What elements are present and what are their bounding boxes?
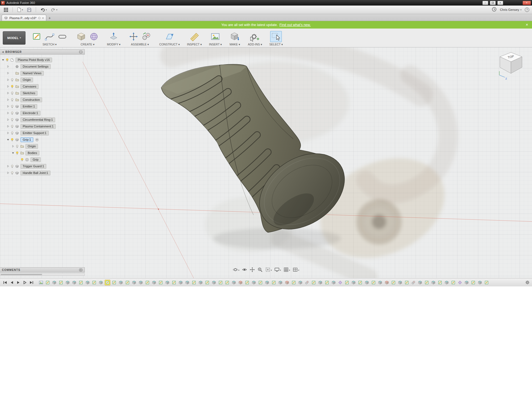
timeline-feature-ft-icon[interactable] (151, 280, 157, 285)
timeline-feature-ft-icon[interactable] (318, 280, 323, 285)
save-button[interactable] (26, 7, 32, 13)
expand-toggle[interactable] (7, 92, 10, 94)
ribbon-group-label-modify[interactable]: MODIFY ▾ (107, 43, 121, 46)
timeline-feature-sk-icon[interactable] (404, 280, 410, 285)
expand-toggle[interactable] (7, 118, 10, 121)
go-to-start-button[interactable] (2, 280, 8, 285)
timeline-feature-ft-icon[interactable] (198, 280, 203, 285)
help-button[interactable]: ? (525, 7, 529, 12)
visibility-toggle[interactable] (11, 78, 14, 82)
timeline-feature-sk-icon[interactable] (424, 280, 429, 285)
timeline-feature-sk-icon[interactable] (125, 280, 130, 285)
display-settings-tool[interactable]: ▾ (274, 267, 282, 274)
timeline-feature-mr-icon[interactable] (457, 280, 463, 285)
fit-tool[interactable]: ▾ (265, 267, 272, 274)
close-button[interactable]: × (523, 1, 531, 5)
ribbon-group-label-inspect[interactable]: INSPECT ▾ (187, 43, 202, 46)
timeline-feature-mr-icon[interactable] (337, 280, 343, 285)
visibility-toggle[interactable] (6, 58, 9, 62)
timeline-feature-sk-icon[interactable] (45, 280, 50, 285)
visibility-toggle[interactable] (21, 158, 24, 161)
ribbon-group-label-insert[interactable]: INSERT ▾ (209, 43, 222, 46)
browser-node-emitter-1[interactable]: Emitter:1 (0, 103, 85, 110)
ribbon-group-label-add-ins[interactable]: ADD-INS ▾ (248, 43, 262, 46)
ribbon-group-label-select[interactable]: SELECT ▾ (269, 43, 283, 46)
tab-close-icon[interactable]: × (42, 16, 44, 20)
panel-minus-icon[interactable] (79, 50, 83, 54)
timeline-feature-sk-icon[interactable] (218, 280, 223, 285)
timeline-feature-sk-icon[interactable] (171, 280, 177, 285)
timeline-feature-ft-icon[interactable] (431, 280, 436, 285)
timeline-feature-ft-icon[interactable] (417, 280, 423, 285)
tool-cursor-icon[interactable] (270, 31, 282, 42)
minimize-button[interactable]: – (482, 1, 488, 5)
timeline-feature-sk-icon[interactable] (258, 280, 263, 285)
undo-button[interactable]: ▾ (39, 7, 48, 12)
viewport-canvas[interactable]: TOP Z ◀ BROWSER Plasma Pistol Body v16Do… (0, 47, 532, 278)
timeline-feature-sk-icon[interactable] (344, 280, 350, 285)
visibility-toggle[interactable] (11, 131, 14, 135)
expand-toggle[interactable] (7, 78, 10, 81)
browser-node-handle-ball-joint-1[interactable]: Handle Ball Joint:1 (0, 170, 85, 176)
browser-node-emitter-support-1[interactable]: Emitter Support:1 (0, 130, 85, 136)
timeline-feature-ft-icon[interactable] (278, 280, 283, 285)
tool-insert-icon[interactable] (209, 31, 221, 42)
timeline-feature-sk-icon[interactable] (158, 280, 163, 285)
timeline-feature-ft-icon[interactable] (85, 280, 90, 285)
visibility-toggle[interactable] (11, 105, 14, 108)
pan-tool[interactable] (249, 267, 255, 274)
inner-close-button[interactable]: × (497, 1, 503, 5)
expand-toggle[interactable] (12, 152, 15, 154)
timeline-feature-ft-icon[interactable] (185, 280, 190, 285)
timeline-feature-sk-icon[interactable] (437, 280, 443, 285)
visibility-toggle[interactable] (16, 145, 19, 148)
expand-toggle[interactable] (7, 105, 10, 108)
timeline-feature-ft-icon[interactable] (331, 280, 336, 285)
timeline-feature-sk-icon[interactable] (324, 280, 330, 285)
timeline-feature-ft-icon[interactable] (464, 280, 469, 285)
expand-toggle[interactable] (7, 85, 10, 88)
expand-toggle[interactable] (7, 98, 10, 101)
look-at-tool[interactable] (241, 267, 248, 274)
timeline-feature-ft-icon[interactable] (364, 280, 370, 285)
browser-node-sketches[interactable]: Sketches (0, 90, 85, 96)
visibility-toggle[interactable] (11, 85, 14, 88)
expand-toggle[interactable] (7, 65, 10, 68)
expand-toggle[interactable] (2, 58, 5, 61)
app-launcher-icon[interactable] (3, 7, 9, 13)
browser-node-trigger-guard-1[interactable]: Trigger Guard:1 (0, 163, 85, 170)
timeline-feature-ft-icon[interactable] (138, 280, 144, 285)
collapse-panel-icon[interactable]: ◀ (2, 51, 4, 53)
timeline-feature-ft-icon[interactable] (165, 280, 170, 285)
browser-horizontal-scrollbar[interactable] (0, 273, 85, 276)
browser-node-named-views[interactable]: Named Views (0, 70, 85, 76)
file-menu-button[interactable]: ▾ (16, 7, 24, 13)
timeline-feature-sk-icon[interactable] (371, 280, 376, 285)
tool-measure-icon[interactable] (189, 31, 200, 42)
expand-toggle[interactable] (7, 132, 10, 134)
comments-header[interactable]: COMMENTS (0, 267, 85, 273)
banner-link[interactable]: Find out what's new. (279, 23, 311, 27)
browser-node-bodies[interactable]: Bodies (0, 150, 85, 156)
timeline-feature-ft-icon[interactable] (118, 280, 124, 285)
expand-toggle[interactable] (7, 112, 10, 114)
visibility-toggle[interactable] (11, 118, 14, 122)
visibility-toggle[interactable] (11, 125, 14, 128)
timeline-feature-ft-icon[interactable] (211, 280, 217, 285)
timeline-feature-jt-icon[interactable] (411, 280, 416, 285)
job-status-button[interactable] (492, 7, 497, 13)
visibility-toggle[interactable] (11, 165, 14, 168)
timeline-feature-rv-icon[interactable] (284, 280, 290, 285)
browser-header[interactable]: ◀ BROWSER (0, 49, 85, 55)
ribbon-group-label-make[interactable]: MAKE ▾ (230, 43, 240, 46)
timeline-feature-sk-icon[interactable] (484, 280, 489, 285)
timeline-feature-sk-icon[interactable] (271, 280, 277, 285)
tool-position-icon[interactable] (128, 31, 139, 42)
timeline-feature-ft-icon[interactable] (397, 280, 403, 285)
timeline-feature-ft-icon[interactable] (251, 280, 257, 285)
timeline-feature-cv-icon[interactable] (38, 280, 44, 285)
browser-node-plasma-pistol-body-v16[interactable]: Plasma Pistol Body v16 (0, 57, 85, 63)
orbit-tool[interactable]: ▾ (232, 267, 240, 274)
timeline-feature-ft-icon[interactable] (52, 280, 57, 285)
timeline-feature-sk-icon[interactable] (78, 280, 84, 285)
